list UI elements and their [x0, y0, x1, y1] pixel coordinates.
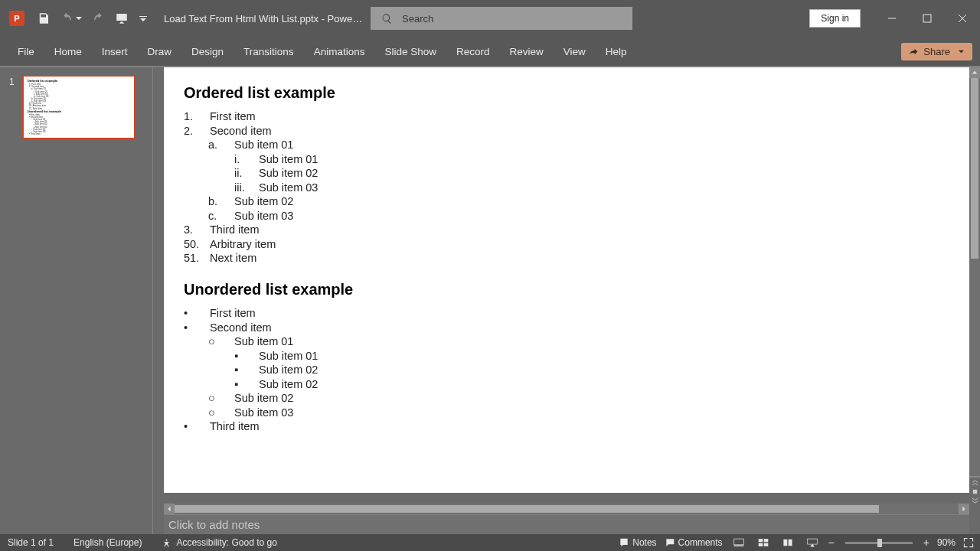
zoom-slider[interactable] [845, 542, 913, 544]
search-box[interactable]: Search [371, 7, 632, 30]
prev-slide-button[interactable] [969, 478, 980, 487]
slideshow-button[interactable] [804, 536, 821, 549]
slide-sorter-button[interactable] [755, 536, 772, 549]
list-marker: • [184, 306, 210, 321]
slide-nav-buttons [969, 478, 980, 505]
hscroll-track[interactable] [175, 504, 959, 514]
accessibility-icon [162, 538, 172, 548]
scroll-left-button[interactable] [164, 504, 175, 514]
slideshow-icon [807, 537, 818, 548]
accessibility-indicator[interactable]: Accessibility: Good to go [162, 537, 276, 548]
heading-ordered[interactable]: Ordered list example [184, 84, 949, 102]
qat-customize-icon[interactable] [139, 15, 147, 22]
list-marker: 51. [184, 251, 210, 266]
tab-help[interactable]: Help [596, 37, 637, 66]
list-text: Sub item 01 [234, 334, 293, 349]
list-item[interactable]: iii.Sub item 03 [184, 181, 949, 195]
tab-design[interactable]: Design [181, 37, 234, 66]
undo-icon[interactable] [60, 11, 74, 25]
tab-slide-show[interactable]: Slide Show [374, 37, 446, 66]
list-item[interactable]: i.Sub item 01 [184, 152, 949, 167]
maximize-button[interactable] [910, 7, 945, 30]
list-item[interactable]: ▪Sub item 01 [184, 349, 949, 364]
nav-menu-button[interactable] [969, 487, 980, 496]
list-text: Sub item 03 [234, 209, 293, 223]
list-marker: ii. [234, 166, 259, 181]
notes-pane[interactable]: Click to add notes [164, 514, 969, 534]
slideshow-from-start-icon[interactable] [115, 11, 129, 25]
heading-unordered[interactable]: Unordered list example [184, 281, 949, 298]
list-item[interactable]: ▪Sub item 02 [184, 377, 949, 392]
comments-button[interactable]: Comments [665, 537, 723, 548]
slide-thumbnail-1[interactable]: 1 Ordered list example 1. First item2. S… [9, 75, 143, 139]
share-label: Share [923, 46, 950, 57]
slide-canvas[interactable]: Ordered list example 1.First item2.Secon… [164, 67, 969, 493]
reading-view-button[interactable] [779, 536, 796, 549]
list-item[interactable]: ii.Sub item 02 [184, 166, 949, 181]
minimize-button[interactable] [874, 7, 910, 30]
zoom-slider-handle[interactable] [877, 539, 882, 547]
tab-view[interactable]: View [554, 37, 596, 66]
list-item[interactable]: 3.Third item [184, 223, 949, 237]
vscroll-thumb[interactable] [971, 78, 978, 259]
list-item[interactable]: ○Sub item 01 [184, 334, 949, 349]
slide-indicator[interactable]: Slide 1 of 1 [8, 537, 54, 548]
list-item[interactable]: 2.Second item [184, 124, 949, 139]
notes-icon [619, 537, 629, 548]
chevron-up-icon [972, 70, 978, 76]
list-item[interactable]: a.Sub item 01 [184, 138, 949, 152]
close-button[interactable] [945, 7, 980, 30]
list-marker: • [184, 321, 210, 335]
redo-icon[interactable] [92, 11, 106, 25]
notes-button[interactable]: Notes [619, 537, 656, 548]
zoom-out-button[interactable]: − [828, 536, 835, 549]
list-item[interactable]: 50.Arbitrary item [184, 237, 949, 252]
undo-group[interactable] [60, 11, 83, 25]
tab-review[interactable]: Review [500, 37, 554, 66]
list-item[interactable]: 51.Next item [184, 251, 949, 266]
scroll-up-button[interactable] [969, 67, 980, 78]
tab-animations[interactable]: Animations [304, 37, 375, 66]
list-item[interactable]: c.Sub item 03 [184, 209, 949, 223]
share-button[interactable]: Share [901, 43, 972, 60]
slide-viewport[interactable]: Ordered list example 1.First item2.Secon… [164, 67, 969, 504]
next-slide-button[interactable] [969, 496, 980, 505]
list-text: Sub item 01 [259, 152, 318, 167]
normal-view-button[interactable] [730, 536, 747, 549]
tab-record[interactable]: Record [446, 37, 500, 66]
list-marker: 2. [184, 124, 210, 139]
chevron-down-icon [958, 48, 965, 55]
vertical-scrollbar[interactable] [969, 67, 980, 487]
tab-draw[interactable]: Draw [138, 37, 182, 66]
hscroll-thumb[interactable] [175, 505, 879, 513]
tab-insert[interactable]: Insert [92, 37, 138, 66]
sign-in-button[interactable]: Sign in [809, 9, 861, 28]
list-item[interactable]: ▪Sub item 02 [184, 363, 949, 377]
undo-dropdown-icon[interactable] [75, 15, 83, 22]
list-item[interactable]: •Third item [184, 419, 949, 434]
thumbnail-pane[interactable]: 1 Ordered list example 1. First item2. S… [0, 67, 153, 534]
zoom-level[interactable]: 90% [937, 537, 956, 548]
list-item[interactable]: ○Sub item 03 [184, 406, 949, 420]
fit-to-window-icon[interactable] [963, 537, 974, 548]
list-item[interactable]: ○Sub item 02 [184, 391, 949, 406]
tab-home[interactable]: Home [44, 37, 92, 66]
tab-file[interactable]: File [8, 37, 44, 66]
list-text: Sub item 02 [259, 377, 318, 392]
ribbon-tabs: FileHomeInsertDrawDesignTransitionsAnima… [0, 37, 980, 66]
list-text: First item [210, 109, 256, 124]
vscroll-track[interactable] [969, 78, 980, 476]
list-item[interactable]: •First item [184, 306, 949, 321]
horizontal-scrollbar[interactable] [164, 504, 969, 514]
save-icon[interactable] [37, 11, 51, 25]
search-icon [381, 13, 393, 24]
language-indicator[interactable]: English (Europe) [74, 537, 142, 548]
list-item[interactable]: 1.First item [184, 109, 949, 124]
scroll-right-button[interactable] [959, 504, 969, 514]
list-text: Sub item 02 [234, 194, 293, 209]
thumbnail-preview[interactable]: Ordered list example 1. First item2. Sec… [22, 75, 136, 139]
list-item[interactable]: •Second item [184, 321, 949, 335]
zoom-in-button[interactable]: + [923, 536, 929, 549]
list-item[interactable]: b.Sub item 02 [184, 194, 949, 209]
tab-transitions[interactable]: Transitions [234, 37, 304, 66]
